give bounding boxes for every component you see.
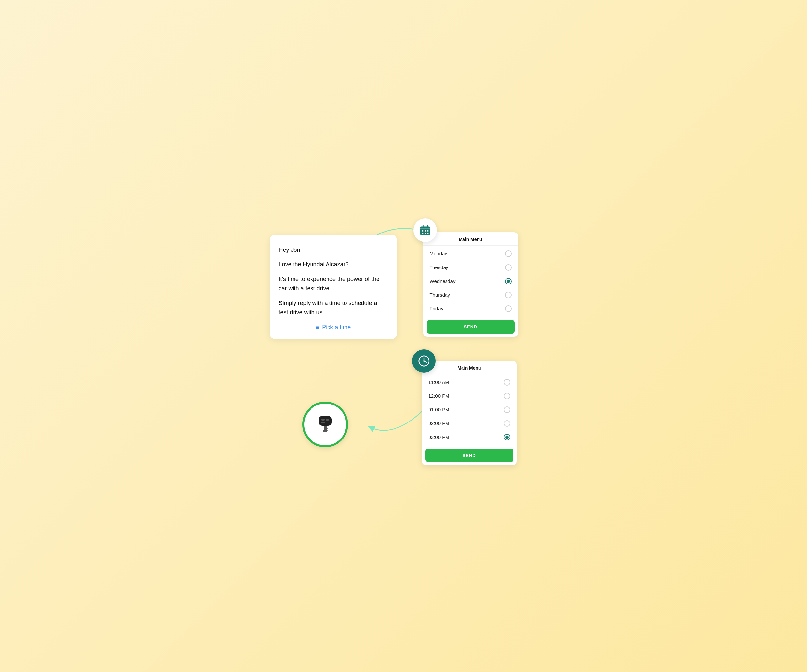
svg-rect-4 [422, 230, 423, 231]
line3: Simply reply with a time to schedule a t… [279, 299, 388, 318]
svg-rect-14 [319, 416, 332, 426]
time-send-button[interactable]: SEND [425, 449, 513, 462]
car-key-circle [302, 402, 348, 447]
svg-rect-17 [321, 422, 325, 424]
day-label-monday: Monday [430, 251, 447, 256]
calendar-icon-circle [413, 218, 437, 242]
time-item-1100am[interactable]: 11:00 AM [422, 375, 517, 389]
message-card: Hey Jon, Love the Hyundai Alcazar? It's … [270, 235, 397, 339]
time-item-0300pm[interactable]: 03:00 PM [422, 430, 517, 444]
svg-rect-6 [427, 230, 428, 231]
time-item-0100pm[interactable]: 01:00 PM [422, 403, 517, 417]
time-label-0100pm: 01:00 PM [428, 407, 450, 413]
clock-lines-icon: ≡ [413, 358, 417, 364]
list-lines-icon: ≡ [316, 324, 320, 331]
svg-rect-7 [422, 233, 423, 234]
day-label-wednesday: Wednesday [430, 278, 456, 284]
time-menu-card: Main Menu 11:00 AM 12:00 PM 01:00 PM 02:… [422, 361, 517, 465]
day-menu-items: Monday Tuesday Wednesday Thursday Friday [423, 246, 518, 317]
time-item-1200pm[interactable]: 12:00 PM [422, 389, 517, 403]
line2: It's time to experience the power of the… [279, 274, 388, 293]
pick-time-label: Pick a time [322, 324, 351, 331]
line1: Love the Hyundai Alcazar? [279, 259, 388, 269]
time-menu-items: 11:00 AM 12:00 PM 01:00 PM 02:00 PM 03:0… [422, 374, 517, 446]
day-label-thursday: Thursday [430, 292, 450, 298]
svg-rect-1 [420, 228, 430, 229]
day-label-tuesday: Tuesday [430, 264, 448, 270]
day-menu-title: Main Menu [423, 232, 518, 246]
svg-point-13 [423, 360, 425, 362]
day-menu-card: Main Menu Monday Tuesday Wednesday Thurs… [423, 232, 518, 337]
day-label-friday: Friday [430, 306, 443, 311]
greeting: Hey Jon, [279, 245, 388, 255]
day-radio-monday[interactable] [505, 251, 511, 257]
svg-rect-8 [425, 233, 426, 234]
day-item-monday[interactable]: Monday [423, 247, 518, 261]
svg-rect-9 [427, 233, 428, 234]
pick-time-button[interactable]: ≡ Pick a time [279, 324, 388, 331]
time-label-1200pm: 12:00 PM [428, 393, 450, 399]
time-radio-0300pm[interactable] [504, 434, 510, 441]
svg-rect-21 [327, 428, 328, 429]
day-item-thursday[interactable]: Thursday [423, 288, 518, 302]
time-menu-title: Main Menu [422, 361, 517, 374]
day-radio-thursday[interactable] [505, 292, 511, 298]
day-item-wednesday[interactable]: Wednesday [423, 274, 518, 288]
time-radio-0100pm[interactable] [504, 406, 510, 413]
day-item-friday[interactable]: Friday [423, 302, 518, 316]
time-label-0200pm: 02:00 PM [428, 421, 450, 426]
time-label-0300pm: 03:00 PM [428, 434, 450, 440]
svg-rect-5 [425, 230, 426, 231]
svg-rect-22 [327, 430, 328, 431]
svg-rect-19 [323, 430, 325, 432]
day-radio-wednesday-inner [506, 279, 510, 283]
day-radio-tuesday[interactable] [505, 264, 511, 271]
main-container: Hey Jon, Love the Hyundai Alcazar? It's … [257, 209, 551, 464]
clock-icon [418, 355, 430, 367]
car-key-icon [312, 411, 338, 437]
time-radio-1100am[interactable] [504, 379, 510, 386]
svg-rect-16 [326, 419, 329, 421]
day-radio-friday[interactable] [505, 305, 511, 312]
svg-rect-15 [321, 419, 325, 421]
day-send-button[interactable]: SEND [427, 320, 515, 334]
calendar-icon [419, 224, 432, 236]
day-radio-wednesday[interactable] [505, 278, 511, 284]
time-radio-1200pm[interactable] [504, 393, 510, 399]
clock-icon-circle: ≡ [412, 349, 436, 373]
time-radio-0300pm-inner [505, 436, 508, 439]
day-item-tuesday[interactable]: Tuesday [423, 261, 518, 274]
message-text: Hey Jon, Love the Hyundai Alcazar? It's … [279, 245, 388, 318]
time-item-0200pm[interactable]: 02:00 PM [422, 417, 517, 430]
time-label-1100am: 11:00 AM [428, 379, 449, 385]
time-radio-0200pm[interactable] [504, 420, 510, 427]
